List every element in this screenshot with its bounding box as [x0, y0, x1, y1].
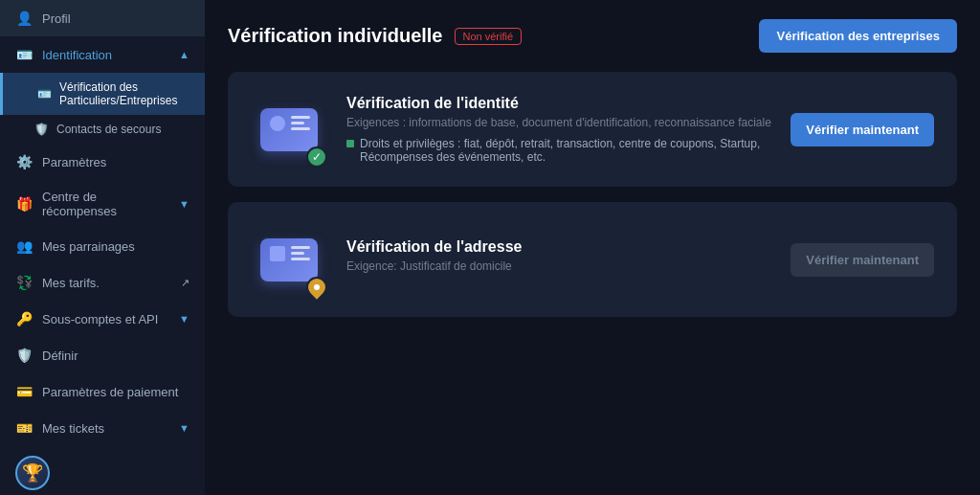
sidebar-item-tickets[interactable]: 🎫 Mes tickets ▼ [0, 410, 205, 446]
parametres-icon: ⚙️ [15, 153, 33, 170]
verification-entreprises-button[interactable]: Vérification des entreprises [759, 19, 957, 53]
chevron-up-icon: ▲ [179, 49, 189, 60]
sidebar-label-parrainages: Mes parrainages [42, 239, 189, 254]
sidebar-label-contacts: Contacts de secours [56, 123, 161, 136]
page-title-group: Vérification individuelle Non vérifié [228, 25, 522, 47]
sidebar-label-tickets: Mes tickets [42, 421, 169, 436]
sidebar-bottom: 🏆 [0, 446, 205, 495]
addr-line-1 [291, 246, 310, 249]
recompenses-icon: 🎁 [15, 195, 33, 213]
identity-check-badge: ✓ [306, 146, 327, 168]
sidebar-item-parrainages[interactable]: 👥 Mes parrainages [0, 228, 205, 264]
sidebar-label-tarifs: Mes tarifs. [42, 276, 171, 290]
identity-card-title: Vérification de l'identité [346, 95, 771, 112]
identity-card-subtitle: Exigences : informations de base, docume… [346, 116, 771, 129]
main-content: Vérification individuelle Non vérifié Vé… [205, 0, 980, 495]
green-dot-icon [346, 140, 354, 147]
particuliers-icon: 🪪 [37, 87, 52, 101]
identity-desc-text: Droits et privilèges : fiat, dépôt, retr… [360, 137, 771, 164]
identity-card: ✓ Vérification de l'identité Exigences :… [228, 72, 957, 187]
identity-card-content: Vérification de l'identité Exigences : i… [346, 95, 771, 164]
parrainages-icon: 👥 [15, 237, 33, 255]
sidebar-item-identification[interactable]: 🪪 Identification ▲ [0, 36, 205, 73]
address-card-subtitle: Exigence: Justificatif de domicile [346, 259, 771, 273]
id-line-1 [291, 116, 310, 119]
addr-card-lines [291, 246, 310, 260]
verification-status-badge: Non vérifié [455, 28, 523, 45]
sidebar-subitem-particuliers[interactable]: 🪪 Vérification des Particuliers/Entrepri… [0, 73, 205, 115]
address-card-content: Vérification de l'adresse Exigence: Just… [346, 238, 771, 281]
sous-comptes-icon: 🔑 [15, 310, 33, 327]
id-line-2 [291, 122, 304, 124]
identity-card-icon: ✓ [251, 91, 327, 168]
profil-icon: 👤 [15, 10, 33, 27]
sidebar-label-definir: Définir [42, 349, 189, 363]
sidebar-item-definir[interactable]: 🛡️ Définir [0, 337, 205, 373]
definir-icon: 🛡️ [15, 347, 33, 364]
sidebar-item-profil[interactable]: 👤 Profil [0, 0, 205, 36]
sidebar-item-parametres[interactable]: ⚙️ Paramètres [0, 144, 205, 180]
identity-card-desc: Droits et privilèges : fiat, dépôt, retr… [346, 137, 771, 164]
sidebar-item-paiement[interactable]: 💳 Paramètres de paiement [0, 373, 205, 410]
page-title: Vérification individuelle [228, 25, 443, 47]
sidebar: 👤 Profil 🪪 Identification ▲ 🪪 Vérificati… [0, 0, 205, 495]
external-link-icon: ↗ [181, 277, 189, 289]
chevron-down-recompenses-icon: ▼ [179, 198, 189, 210]
sidebar-label-identification: Identification [42, 48, 169, 62]
chevron-down-tickets-icon: ▼ [179, 422, 189, 434]
sidebar-label-parametres: Paramètres [42, 155, 189, 169]
address-card-title: Vérification de l'adresse [346, 238, 771, 256]
sidebar-label-recompenses: Centre de récompenses [42, 190, 169, 218]
checkmark-icon: ✓ [312, 150, 322, 164]
id-card-visual [260, 108, 318, 151]
identity-verify-button[interactable]: Vérifier maintenant [791, 113, 934, 146]
chevron-down-sous-comptes-icon: ▼ [179, 313, 189, 325]
avatar-emoji: 🏆 [22, 462, 43, 484]
page-header: Vérification individuelle Non vérifié Vé… [228, 19, 957, 53]
identification-icon: 🪪 [15, 46, 33, 63]
sidebar-label-paiement: Paramètres de paiement [42, 385, 189, 399]
address-card: Vérification de l'adresse Exigence: Just… [228, 202, 957, 317]
sidebar-subitem-contacts[interactable]: 🛡️ Contacts de secours [0, 115, 205, 144]
tarifs-icon: 💱 [15, 274, 33, 291]
sidebar-label-sous-comptes: Sous-comptes et API [42, 312, 169, 326]
sidebar-item-tarifs[interactable]: 💱 Mes tarifs. ↗ [0, 264, 205, 301]
addr-line-2 [291, 252, 304, 255]
addr-card-visual [260, 238, 318, 281]
sidebar-item-recompenses[interactable]: 🎁 Centre de récompenses ▼ [0, 180, 205, 228]
id-card-lines [291, 116, 310, 130]
address-card-icon [251, 221, 327, 298]
contacts-icon: 🛡️ [34, 123, 49, 136]
paiement-icon: 💳 [15, 383, 33, 400]
tickets-icon: 🎫 [15, 419, 33, 437]
id-line-3 [291, 127, 310, 130]
addr-line-3 [291, 258, 310, 260]
sidebar-label-profil: Profil [42, 11, 189, 26]
address-verify-button: Vérifier maintenant [791, 243, 934, 277]
sidebar-item-sous-comptes[interactable]: 🔑 Sous-comptes et API ▼ [0, 301, 205, 337]
location-dot [314, 284, 320, 290]
sidebar-label-particuliers: Vérification des Particuliers/Entreprise… [59, 80, 189, 107]
avatar[interactable]: 🏆 [15, 456, 50, 490]
